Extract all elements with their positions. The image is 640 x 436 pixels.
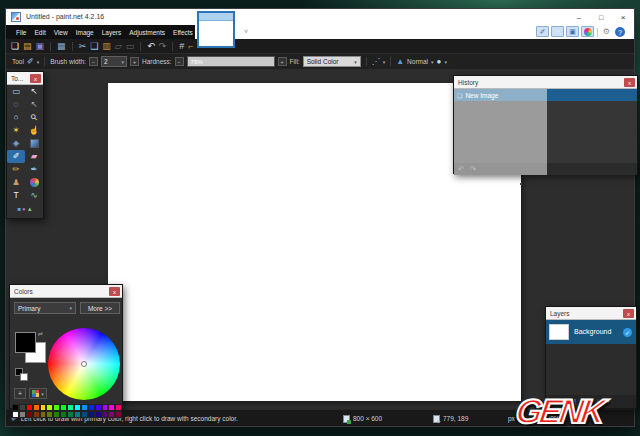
menu-item-effects[interactable]: Effects [169, 29, 197, 36]
palette-swatch[interactable] [46, 411, 53, 418]
palette-swatch[interactable] [40, 404, 47, 411]
menu-item-edit[interactable]: Edit [30, 29, 49, 36]
copy-icon[interactable]: ❑ [90, 42, 98, 51]
history-undo-icon[interactable]: ↶ [458, 165, 465, 174]
toggle-tools-panel-button[interactable]: ✐ [536, 26, 549, 37]
undo-icon[interactable]: ↶ [147, 42, 155, 51]
pan-tool-button[interactable]: ☝ [25, 124, 43, 137]
palette-swatch[interactable] [102, 411, 109, 418]
close-icon[interactable]: x [109, 287, 120, 296]
palette-swatch[interactable] [81, 411, 88, 418]
menu-item-adjustments[interactable]: Adjustments [125, 29, 169, 36]
paste-icon[interactable]: ▥ [102, 42, 111, 51]
add-color-button[interactable]: + [14, 388, 26, 399]
title-bar[interactable]: Untitled - paint.net 4.2.16 – □ × [6, 9, 634, 25]
history-redo-icon[interactable]: ↷ [470, 165, 477, 174]
palette-swatch[interactable] [115, 404, 122, 411]
maximize-button[interactable]: □ [590, 9, 612, 25]
image-list-chevron-icon[interactable]: ˅ [244, 25, 248, 39]
color-picker-button[interactable]: ✒ [25, 163, 43, 176]
palette-swatch[interactable] [12, 404, 19, 411]
image-tab-thumbnail[interactable] [197, 11, 235, 48]
hardness-increase-button[interactable]: + [278, 57, 287, 66]
cut-icon[interactable]: ✂ [79, 42, 87, 51]
palette-menu-button[interactable]: ▾ [29, 388, 47, 399]
palette-swatch[interactable] [60, 404, 67, 411]
palette-swatch[interactable] [46, 404, 53, 411]
layers-panel-header[interactable]: Layers x [546, 307, 636, 320]
palette-swatch[interactable] [108, 411, 115, 418]
tools-panel-header[interactable]: To... x [7, 72, 43, 85]
palette-swatch[interactable] [53, 411, 60, 418]
more-button[interactable]: More >> [80, 302, 120, 314]
palette-swatch[interactable] [67, 411, 74, 418]
palette-swatch[interactable] [60, 411, 67, 418]
close-button[interactable]: × [612, 9, 634, 25]
minimize-button[interactable]: – [568, 9, 590, 25]
palette-swatch[interactable] [74, 411, 81, 418]
rectangle-select-button[interactable]: ▭ [7, 85, 25, 98]
zoom-tool-button[interactable]: ⚲ [25, 111, 43, 124]
pixel-grid-icon[interactable]: # [179, 42, 184, 51]
palette-swatch[interactable] [67, 404, 74, 411]
redo-icon[interactable]: ↷ [159, 42, 167, 51]
palette-swatch[interactable] [88, 404, 95, 411]
palette-swatch[interactable] [26, 404, 33, 411]
history-item[interactable]: ❏New Image [454, 89, 637, 101]
menu-item-view[interactable]: View [50, 29, 72, 36]
save-file-icon[interactable]: ▣ [36, 42, 45, 51]
hardness-decrease-button[interactable]: − [175, 57, 184, 66]
menu-item-image[interactable]: Image [72, 29, 98, 36]
toggle-layers-panel-button[interactable]: ▣ [566, 26, 579, 37]
ellipse-select-button[interactable]: ○ [7, 111, 25, 124]
chevron-down-icon[interactable]: ▾ [431, 59, 434, 65]
palette-swatch[interactable] [88, 411, 95, 418]
layer-visibility-checkbox[interactable]: ✓ [623, 328, 632, 337]
color-wheel-selector[interactable] [81, 361, 87, 367]
antialiasing-icon[interactable]: ⋰ [372, 58, 380, 66]
new-file-icon[interactable]: ❏ [11, 42, 19, 51]
palette-swatch[interactable] [12, 411, 19, 418]
fill-style-combo[interactable]: Solid Color ▾ [303, 56, 361, 67]
palette-swatch[interactable] [95, 411, 102, 418]
text-tool-button[interactable]: T [7, 189, 25, 202]
help-icon[interactable]: ? [615, 27, 625, 37]
brush-width-combo[interactable]: 2 ▾ [101, 56, 127, 67]
palette-swatch[interactable] [81, 404, 88, 411]
blend-mode-icon[interactable]: ▲ [396, 58, 404, 66]
lasso-select-button[interactable]: ◌ [7, 98, 25, 111]
history-panel-header[interactable]: History x [454, 76, 637, 89]
palette-swatch[interactable] [33, 411, 40, 418]
move-selection-button[interactable]: ↖ [25, 98, 43, 111]
color-target-select[interactable]: Primary ▾ [14, 302, 76, 314]
magic-wand-button[interactable]: ✶ [7, 124, 25, 137]
line-curve-tool-button[interactable]: ∿ [25, 189, 43, 202]
colors-panel-header[interactable]: Colors x [10, 285, 122, 298]
palette-swatch[interactable] [33, 404, 40, 411]
tool-chevron-icon[interactable]: ▾ [37, 59, 40, 65]
swap-colors-icon[interactable]: ⇄ [38, 330, 43, 337]
hardness-slider[interactable]: 75% [187, 56, 275, 67]
primary-color-swatch[interactable] [15, 332, 36, 353]
brush-width-decrease-button[interactable]: − [89, 57, 98, 66]
palette-swatch[interactable] [19, 404, 26, 411]
shapes-tool-button[interactable]: ■●▲ [7, 202, 43, 215]
selection-quality-icon[interactable]: ● [437, 58, 442, 66]
toggle-colors-panel-button[interactable] [581, 26, 594, 37]
rulers-icon[interactable]: ⌐ [188, 42, 193, 51]
move-selected-pixels-button[interactable]: ↖ [25, 85, 43, 98]
menu-item-file[interactable]: File [12, 29, 30, 36]
pencil-tool-button[interactable]: ✏ [7, 163, 25, 176]
settings-gear-icon[interactable]: ⚙ [603, 25, 610, 39]
recolor-tool-button[interactable] [25, 176, 43, 189]
open-file-icon[interactable]: ▤ [23, 42, 32, 51]
deselect-icon[interactable]: ▭ [126, 42, 135, 51]
chevron-down-icon[interactable]: ▾ [444, 59, 447, 65]
brush-width-increase-button[interactable]: + [130, 57, 139, 66]
palette-swatch[interactable] [108, 404, 115, 411]
palette-swatch[interactable] [102, 404, 109, 411]
palette-swatch[interactable] [74, 404, 81, 411]
palette-swatch[interactable] [19, 411, 26, 418]
close-icon[interactable]: x [623, 309, 634, 318]
eraser-tool-button[interactable]: ▰ [25, 150, 43, 163]
